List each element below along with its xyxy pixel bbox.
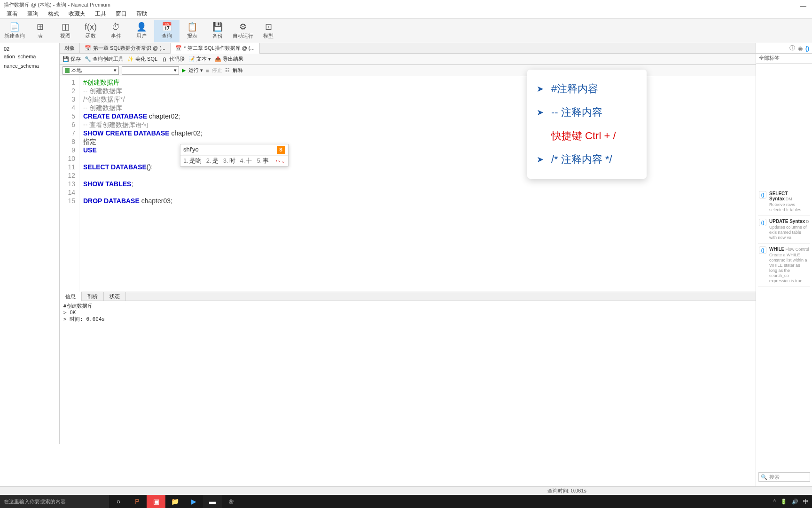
ime-prev-icon[interactable]: ‹ xyxy=(275,157,277,165)
menu-item[interactable]: 窗口 xyxy=(111,10,132,18)
annotation-overlay: ➤#注释内容➤-- 注释内容➤快捷键 Ctrl + /➤/* 注释内容 */ xyxy=(527,70,647,179)
toolbar-item[interactable]: 📋报表 xyxy=(180,20,205,42)
main-toolbar: 📄新建查询⊞表◫视图f(x)函数⏱事件👤用户📅查询📋报表💾备份⚙自动运行⊡模型 xyxy=(0,19,812,43)
output-tab[interactable]: 状态 xyxy=(104,292,126,301)
toolbar-item[interactable]: ⊞表 xyxy=(27,20,53,42)
ime-down-icon[interactable]: ⌄ xyxy=(281,157,285,165)
explorer-icon[interactable]: 📁 xyxy=(165,495,184,508)
window-title: 操作数据库 @ (本地) - 查询 - Navicat Premium xyxy=(4,1,110,8)
output-tab[interactable]: 信息 xyxy=(60,292,82,301)
tags-combo[interactable]: 全部标签 xyxy=(756,54,812,64)
chevron-up-icon[interactable]: ^ xyxy=(773,499,776,504)
run-button[interactable]: 运行 ▾ xyxy=(188,67,203,74)
editor-tool[interactable]: 📝文本 ▾ xyxy=(188,56,211,63)
battery-icon[interactable]: 🔋 xyxy=(781,499,787,505)
code-line[interactable]: -- 创建数据库 xyxy=(83,87,808,95)
info-icon[interactable]: ⓘ xyxy=(789,44,795,52)
stop-button[interactable]: 停止 xyxy=(212,67,222,74)
toolbar-icon: ◫ xyxy=(60,22,71,32)
ime-next-icon[interactable]: › xyxy=(278,157,280,165)
tool-icon: ✨ xyxy=(127,56,134,63)
ime-candidate[interactable]: 5.事 xyxy=(257,157,269,165)
toolbar-item[interactable]: ◫视图 xyxy=(53,20,78,42)
ime-candidate[interactable]: 4.十 xyxy=(240,157,252,165)
editor-tabs: 对象📅第一章 SQL数据分析常识 @ (...📅* 第二章 SQL操作数据库 @… xyxy=(60,43,812,54)
connection-combo[interactable]: 本地▾ xyxy=(62,66,119,75)
snippet-icon: () xyxy=(759,191,766,198)
code-line[interactable]: -- 查看创建数据库语句 xyxy=(83,120,808,129)
taskbar-search[interactable]: 在这里输入你要搜索的内容 xyxy=(0,495,109,508)
code-line[interactable]: SHOW CREATE DATABASE chapter02; xyxy=(83,129,808,137)
snippet-icon: () xyxy=(759,219,766,226)
stop-icon: ■ xyxy=(206,68,209,73)
code-line[interactable]: CREATE DATABASE chapter02; xyxy=(83,112,808,120)
powerpoint-icон[interactable]: P xyxy=(128,495,147,508)
code-line[interactable]: -- 创建数据库 xyxy=(83,103,808,112)
app2-icon[interactable]: ❀ xyxy=(222,495,241,508)
system-tray[interactable]: ^ 🔋 🔊 中 xyxy=(770,498,812,505)
toolbar-icon: ⊡ xyxy=(263,22,274,32)
ime-popup[interactable]: shi'yo S 1.是哟2.是3.时4.十5.事‹›⌄ xyxy=(180,144,289,167)
overlay-row: ➤#注释内容 xyxy=(537,77,637,101)
toolbar-item[interactable]: ⚙自动运行 xyxy=(230,20,256,42)
output-tab[interactable]: 剖析 xyxy=(82,292,104,301)
code-line[interactable]: DROP DATABASE chapter03; xyxy=(83,197,808,205)
snippet-search[interactable]: 🔍 搜索 xyxy=(758,472,810,482)
menu-item[interactable]: 收藏夹 xyxy=(64,10,90,18)
database-combo[interactable]: ▾ xyxy=(122,66,179,75)
code-editor[interactable]: 123456789101112131415 shi'yo S 1.是哟2.是3.… xyxy=(60,76,812,292)
toolbar-item[interactable]: 📄新建查询 xyxy=(2,20,27,42)
editor-tool[interactable]: 📤导出结果 xyxy=(215,56,243,63)
volume-icon[interactable]: 🔊 xyxy=(792,499,798,505)
menu-item[interactable]: 查询 xyxy=(23,10,43,18)
sidebar-item[interactable]: nance_schema xyxy=(2,62,57,70)
ime-candidate[interactable]: 2.是 xyxy=(206,157,219,165)
code-area[interactable]: shi'yo S 1.是哟2.是3.时4.十5.事‹›⌄ #创建数据库-- 创建… xyxy=(79,76,812,292)
braces-icon[interactable]: () xyxy=(805,45,809,52)
cortana-button[interactable]: ○ xyxy=(109,495,128,508)
editor-tool[interactable]: ✨美化 SQL xyxy=(127,56,157,63)
editor-tab[interactable]: 📅* 第二章 SQL操作数据库 @ (... xyxy=(171,43,260,54)
menu-item[interactable]: 格式 xyxy=(43,10,64,18)
menu-item[interactable]: 工具 xyxy=(90,10,111,18)
toolbar-item[interactable]: 👤用户 xyxy=(129,20,154,42)
output-panel: #创建数据库 > OK > 时间: 0.004s xyxy=(60,301,812,444)
editor-tab[interactable]: 对象 xyxy=(60,43,80,54)
snippet-item[interactable]: ()WHILEFlow ControlCreate a WHILE constr… xyxy=(758,244,810,287)
snippet-item[interactable]: ()UPDATE SyntaxDUpdates columns of exis … xyxy=(758,216,810,244)
toolbar-item[interactable]: 📅查询 xyxy=(154,20,180,42)
tool-icon: 📤 xyxy=(215,56,221,63)
eye-icon[interactable]: ◉ xyxy=(798,45,803,52)
app-icon[interactable]: ▣ xyxy=(147,495,165,508)
editor-tool[interactable]: 🔧查询创建工具 xyxy=(85,56,124,63)
minimize-button[interactable]: — xyxy=(800,2,806,9)
editor-tab[interactable]: 📅第一章 SQL数据分析常识 @ (... xyxy=(80,43,171,54)
toolbar-item[interactable]: ⊡模型 xyxy=(256,20,281,42)
menu-item[interactable]: 查看 xyxy=(2,10,23,18)
code-line[interactable] xyxy=(83,171,808,180)
output-tabs: 信息剖析状态 xyxy=(60,292,812,301)
code-line[interactable]: #创建数据库 xyxy=(83,78,808,87)
sidebar-item[interactable]: 02 xyxy=(2,45,57,53)
ime-candidate[interactable]: 1.是哟 xyxy=(183,157,202,165)
terminal-icon[interactable]: ▬ xyxy=(203,495,222,508)
code-line[interactable] xyxy=(83,188,808,197)
player-icon[interactable]: ▶ xyxy=(184,495,203,508)
toolbar-item[interactable]: f(x)函数 xyxy=(78,20,103,42)
code-line[interactable]: /*创建数据库*/ xyxy=(83,95,808,103)
ime-candidate[interactable]: 3.时 xyxy=(223,157,235,165)
toolbar-icon: ⚙ xyxy=(237,22,249,32)
toolbar-icon: 💾 xyxy=(212,22,223,32)
tab-icon: 📅 xyxy=(85,45,91,52)
menu-item[interactable]: 帮助 xyxy=(132,10,152,18)
snippet-item[interactable]: ()SELECT SyntaxDMRetrieve rows selected … xyxy=(758,188,810,216)
code-line[interactable]: SHOW TABLES; xyxy=(83,180,808,188)
toolbar-item[interactable]: 💾备份 xyxy=(205,20,230,42)
arrow-icon: ➤ xyxy=(537,107,544,118)
toolbar-item[interactable]: ⏱事件 xyxy=(103,20,129,42)
windows-taskbar: 在这里输入你要搜索的内容 ○ P ▣ 📁 ▶ ▬ ❀ ^ 🔋 🔊 中 xyxy=(0,495,812,508)
editor-tool[interactable]: 💾保存 xyxy=(62,56,81,63)
explain-button[interactable]: 解释 xyxy=(233,67,243,74)
editor-tool[interactable]: ()代码段 xyxy=(161,56,185,63)
sidebar-item[interactable]: ation_schema xyxy=(2,53,57,60)
